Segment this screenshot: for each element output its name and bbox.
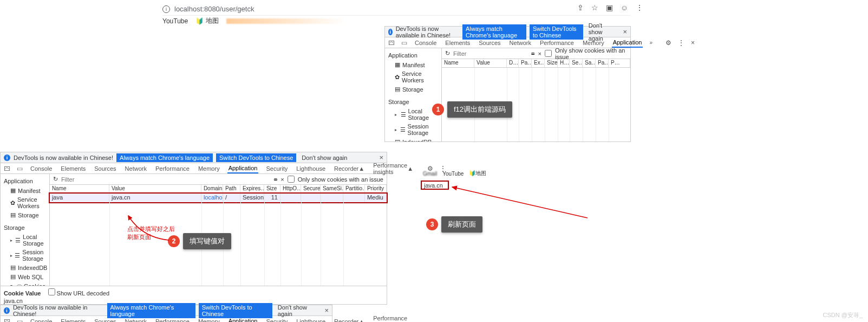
profile-icon[interactable]: ☺: [621, 3, 628, 12]
clear-icon[interactable]: =: [531, 50, 534, 57]
gear-icon[interactable]: ⚙: [665, 39, 671, 47]
info-icon: i: [4, 154, 10, 161]
callout-text-1: f12调出前端源码: [447, 101, 512, 118]
star-icon[interactable]: ☆: [591, 3, 598, 12]
app-main-a: ↻ = × Only show cookies with an issue Na…: [442, 48, 630, 141]
sidebar-h-app: Application: [385, 50, 441, 60]
devtools-a: i DevTools is now available in Chinese! …: [384, 26, 631, 142]
close-icon[interactable]: ×: [623, 28, 627, 36]
app-sidebar: Application ▦ Manifest ✿ Service Workers…: [385, 48, 442, 141]
delete-icon[interactable]: ×: [280, 176, 284, 183]
panel-bottom-left: i DevTools is now available in Chinese! …: [0, 152, 387, 305]
callout-text-3: 刷新页面: [441, 216, 482, 233]
site-info-icon[interactable]: i: [162, 5, 170, 13]
cookie-toolbar: ↻ = × Only show cookies with an issue: [442, 48, 630, 59]
kebab-icon[interactable]: ⋮: [678, 39, 684, 47]
filter-input[interactable]: [61, 176, 271, 183]
tab-console[interactable]: Console: [414, 37, 438, 48]
callout-num-1: 1: [432, 104, 444, 115]
menu-icon[interactable]: ⋮: [636, 3, 643, 12]
blurred-bookmarks: [226, 18, 345, 24]
inspect-icon[interactable]: ⮹: [4, 165, 10, 172]
lang-msg: DevTools is now available in Chinese!: [396, 25, 459, 38]
callout-num-3: 3: [426, 218, 438, 230]
callout-2: 2 填写键值对: [168, 233, 231, 249]
devtools-tabs-b: ⮹ ▭ Console Elements Sources Network Per…: [1, 163, 387, 174]
info-icon: i: [388, 29, 393, 35]
app-main-b: ↻ = × Only show cookies with an issue Na…: [50, 174, 387, 286]
url-text: localhost:8080/user/getck: [174, 5, 254, 13]
mini-browser-c: Gmail YouTube 🔰地图 java.cn: [421, 169, 526, 190]
panel-bottom-right: i DevTools is now available in Chinese! …: [0, 305, 332, 322]
tab-elements[interactable]: Elements: [444, 37, 471, 48]
sidebar-sw[interactable]: ✿ Service Workers: [385, 69, 441, 85]
share-icon[interactable]: ⇪: [577, 3, 584, 12]
sidebar-manifest[interactable]: ▦ Manifest: [385, 60, 441, 69]
extensions-icon[interactable]: ▣: [606, 3, 613, 12]
tab-application[interactable]: Application: [612, 37, 643, 48]
device-icon[interactable]: ▭: [17, 165, 23, 172]
callout-text-2: 填写键值对: [183, 233, 231, 249]
svg-line-0: [452, 187, 588, 218]
callout-num-2: 2: [168, 235, 180, 247]
tab-sources[interactable]: Sources: [478, 37, 501, 48]
cookie-table-header: NameValue D…Pa… Ex…Size H…Se… Sa…Pa… P…: [442, 59, 630, 68]
device-icon[interactable]: ▭: [17, 318, 23, 323]
btn-switch-lang[interactable]: Switch DevTools to Chinese: [216, 153, 296, 162]
callout-1: 1 f12调出前端源码: [432, 101, 512, 118]
bookmark-maps[interactable]: 🔰地图: [195, 16, 219, 25]
refresh-icon[interactable]: ↻: [445, 50, 450, 57]
sidebar-session[interactable]: ▸☰ Session Storage: [385, 122, 441, 137]
sidebar-idb[interactable]: ▤ IndexedDB: [385, 137, 441, 141]
tab-network[interactable]: Network: [508, 37, 532, 48]
panel-top: i localhost:8080/user/getck ⇪ ☆ ▣ ☺ ⋮ Yo…: [0, 0, 845, 152]
close-icon[interactable]: ×: [324, 306, 329, 314]
page-output: java.cn: [421, 181, 449, 190]
devtools-lang-bar: i DevTools is now available in Chinese! …: [385, 27, 630, 37]
url-bar[interactable]: i localhost:8080/user/getck: [162, 3, 631, 16]
inspect-icon[interactable]: ⮹: [388, 39, 395, 47]
device-icon[interactable]: ▭: [401, 39, 407, 47]
bookmarks-bar: YouTube 🔰地图: [162, 16, 345, 25]
btn-match-lang[interactable]: Always match Chrome's language: [116, 153, 213, 162]
tab-memory[interactable]: Memory: [582, 37, 605, 48]
watermark: CSDN @安荨_: [823, 311, 863, 319]
cookie-header-b: NameValue DomainPath Expires…Size HttpO……: [50, 185, 387, 194]
close-devtools-icon[interactable]: ×: [691, 39, 695, 47]
cookie-row-java[interactable]: java java.cn localhost / Session 11 Medi…: [50, 194, 387, 202]
tab-performance[interactable]: Performance: [539, 37, 575, 48]
inspect-icon[interactable]: ⮹: [4, 318, 10, 323]
bookmark-youtube[interactable]: YouTube: [162, 17, 188, 25]
only-issue-check[interactable]: [288, 176, 295, 183]
app-sidebar-b: Application ▦ Manifest ✿ Service Workers…: [1, 174, 50, 286]
close-icon[interactable]: ×: [379, 153, 383, 162]
filter-input[interactable]: [453, 50, 528, 57]
btn-dont-show[interactable]: Don't show again: [299, 153, 349, 162]
info-icon: i: [4, 307, 10, 314]
only-issue-label: Only show cookies with an issue: [555, 47, 627, 60]
callout-3: 3 刷新页面: [426, 216, 482, 233]
delete-icon[interactable]: ×: [538, 50, 541, 57]
only-issue-check[interactable]: [545, 50, 552, 57]
clear-icon[interactable]: =: [274, 176, 277, 183]
url-actions: ⇪ ☆ ▣ ☺ ⋮: [577, 3, 643, 12]
url-decoded-check[interactable]: [48, 288, 55, 295]
sidebar-storage[interactable]: ▤ Storage: [385, 85, 441, 94]
chevron-icon[interactable]: »: [649, 40, 652, 46]
devtools-lang-bar-b: i DevTools is now available in Chinese! …: [1, 152, 387, 163]
refresh-icon[interactable]: ↻: [53, 176, 58, 183]
